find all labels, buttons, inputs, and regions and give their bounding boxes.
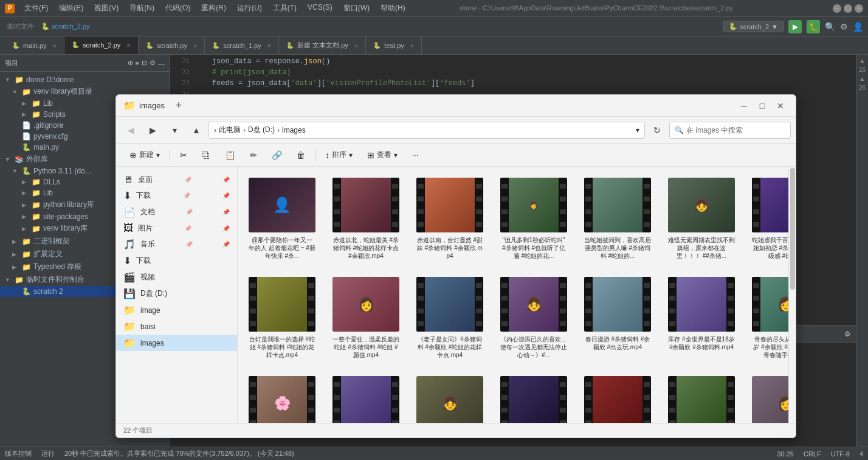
fe-grid-item-5[interactable]: 当蛇姐被问到，喜欢高启强类型的男人嘛 #杀猪饲料 #蛇姐的... [580, 174, 655, 263]
fe-sidebar-pictures[interactable]: 🖼 图片 📌 [116, 220, 237, 236]
right-icon-2[interactable]: 16 [859, 66, 866, 73]
tab-scratch2-py[interactable]: 🐍 scratch_2.py × [64, 37, 139, 54]
tab-close-newtext[interactable]: × [354, 42, 358, 49]
maximize-button[interactable]: □ [844, 4, 852, 13]
addr-segment-ddrive[interactable]: D盘 (D:) [248, 125, 275, 135]
menu-view[interactable]: 视图(V) [89, 2, 123, 15]
fe-grid-item-12[interactable]: 春日漫游 #杀猪饲料 #余颖欣 #出去玩.mp4 [580, 273, 655, 363]
fe-sidebar-baisi-folder[interactable]: 📁 baisi [116, 318, 237, 335]
sidebar-minimize-icon[interactable]: — [158, 60, 165, 67]
fe-sidebar-desktop[interactable]: 🖥 桌面 📌 [116, 172, 237, 187]
run-settings-icon[interactable]: ⚙ [839, 330, 856, 338]
fe-minimize-button[interactable]: ─ [736, 98, 752, 114]
fe-dropdown-button[interactable]: ▾ [165, 120, 184, 140]
fe-grid-item-11[interactable]: 👧 《内心澎湃已久的喜欢，使每一次遇见都无法停止心动～》#... [497, 273, 571, 363]
menu-file[interactable]: 文件(F) [19, 2, 53, 15]
fe-new-tab-button[interactable]: + [170, 97, 188, 115]
fe-grid-item-1[interactable]: 👤 @那个要陪你一年又一年的人 起着烟花吧 ~ #新年快乐 #杀... [245, 174, 319, 263]
fe-grid-item-20[interactable] [664, 372, 739, 423]
fe-grid-item-10[interactable]: 《老子是女同》#杀猪饲料 #余颖欣 #蛇姐的花样卡点.mp4 [413, 273, 487, 363]
fe-grid-item-18[interactable] [497, 372, 571, 423]
fe-grid-item-7[interactable]: 蛇姐虐我千百遍，我待蛇姐如初恋 #杀猪饲料 #高级感 #比博... [748, 174, 788, 263]
fe-grid-item-6[interactable]: 👧 难怪元素周期表里找不到媒组，原来都在这里！！！ ##杀猪... [664, 174, 739, 263]
fe-share-button[interactable]: 🔗 [266, 147, 288, 164]
search-icon[interactable]: 🔍 [825, 22, 835, 32]
menu-nav[interactable]: 导航(N) [125, 2, 159, 15]
fe-scroll-thumb[interactable] [790, 168, 795, 290]
fe-more-button[interactable]: ··· [406, 147, 424, 164]
fe-sidebar-download2[interactable]: ⬇ 下载 [116, 253, 237, 269]
fe-copy-button[interactable]: ⿻ [196, 147, 216, 164]
addr-segment-thispc[interactable]: 此电脑 [219, 125, 241, 135]
fe-sidebar-videos[interactable]: 🎬 视频 [116, 269, 237, 285]
fe-search-input[interactable] [686, 126, 785, 134]
run-label[interactable]: 运行 [41, 449, 55, 458]
minimize-button[interactable]: ─ [833, 4, 841, 13]
indent-indicator[interactable]: 4 [859, 450, 863, 458]
debug-button[interactable]: 🐛 [807, 20, 820, 33]
tab-close-scratch[interactable]: × [193, 42, 197, 49]
fe-grid-item-13[interactable]: 库存 #全世界最不是18岁 #余颖欣 #杀猪饲料.mp4 [664, 273, 739, 363]
tree-item-dome[interactable]: ▼ 📁 dome D:\dome [0, 74, 170, 85]
tab-scratch1-py[interactable]: 🐍 scratch_1.py × [205, 37, 279, 54]
fe-new-button[interactable]: ⊕ 新建 ▾ [123, 147, 166, 164]
tab-newtext-py[interactable]: 🐍 新建 文本文档.py × [279, 37, 366, 54]
right-icon-3[interactable]: ▲ [859, 75, 866, 82]
fe-up-button[interactable]: ▲ [187, 120, 206, 140]
fe-view-button[interactable]: ⊞ 查看 ▾ [361, 147, 404, 164]
fe-maximize-button[interactable]: □ [754, 98, 770, 114]
right-icon-1[interactable]: ▲ [859, 57, 866, 64]
fe-grid-item-8[interactable]: 台灯是我唯一的选择 #蛇姐 #杀猪饲料 #蛇姐的花样卡点.mp4 [245, 273, 319, 363]
tab-scratch-py[interactable]: 🐍 scratch.py × [139, 37, 205, 54]
menu-edit[interactable]: 编辑(E) [54, 2, 88, 15]
tab-test-py[interactable]: 🐍 test.py × [366, 37, 422, 54]
fe-sidebar-docs[interactable]: 📄 文档 📌 [116, 204, 237, 220]
run-button[interactable]: ▶ [788, 20, 802, 33]
tab-close-scratch1[interactable]: × [267, 42, 271, 49]
menu-vcs[interactable]: VCS(S) [303, 2, 337, 15]
fe-grid-item-9[interactable]: 👩 一整个爱住，温柔反差的蛇姐 #杀猪饲料 #蛇姐 #颜值.mp4 [329, 273, 403, 363]
fe-refresh-button[interactable]: ↻ [647, 120, 667, 140]
fe-grid-item-16[interactable]: 蛇姐才是废墟中唯一的信仰！#剪刀yyds #杀猪饲料 #快手... [329, 372, 403, 423]
crlf-indicator[interactable]: CRLF [804, 450, 821, 458]
fe-sidebar-download1[interactable]: ⬇ 下载 📌 [116, 187, 237, 204]
scratch-file-label[interactable]: 🐍 scratch_2.py [39, 23, 92, 30]
addr-dropdown-icon[interactable]: ▾ [636, 126, 639, 134]
fe-sidebar-image-folder[interactable]: 📁 image [116, 302, 237, 318]
fe-grid-item-3[interactable]: 赤道以南，台灯显然 #甜妹 #杀猪饲料 #余颖欣.mp4 [413, 174, 487, 263]
menu-window[interactable]: 窗口(W) [339, 2, 374, 15]
fe-sidebar-music[interactable]: 🎵 音乐 📌 [116, 236, 237, 253]
fe-delete-button[interactable]: 🗑 [291, 147, 311, 164]
fe-grid-item-17[interactable]: 👧 [413, 372, 487, 423]
line-col-indicator[interactable]: 30:25 [777, 450, 794, 458]
fe-grid-item-2[interactable]: 赤道以北，蛇姐最美 #杀猪饲料 #蛇姐的花样卡点 #余颖欣.mp4 [329, 174, 403, 263]
tab-close-main[interactable]: × [53, 42, 57, 49]
fe-paste-button[interactable]: 📋 [219, 147, 241, 164]
fe-search-box[interactable]: 🔍 [669, 122, 791, 139]
menu-run[interactable]: 运行(U) [232, 2, 267, 15]
fe-rename-button[interactable]: ✏ [244, 147, 263, 164]
fe-sidebar-ddrive[interactable]: 💾 D盘 (D:) [116, 285, 237, 302]
fe-back-button[interactable]: ◀ [121, 120, 140, 140]
sidebar-format-icon[interactable]: ≡ [136, 60, 139, 67]
menu-tools[interactable]: 工具(T) [268, 2, 301, 15]
fe-grid-item-15[interactable]: 🌸 如果你爱上一朵花，就会觉得晴天星，都像盛开的花朵 #杀... [245, 372, 319, 423]
menu-code[interactable]: 代码(O) [160, 2, 195, 15]
fe-sort-button[interactable]: ↕ 排序 ▾ [319, 147, 359, 164]
settings-icon[interactable]: ⚙ [840, 22, 848, 32]
charset-indicator[interactable]: UTF-8 [831, 450, 850, 458]
tab-close-scratch2[interactable]: × [126, 41, 130, 49]
close-button[interactable]: × [855, 4, 863, 13]
fe-sidebar-images-folder[interactable]: 📁 images [116, 335, 237, 351]
fe-scrollbar[interactable] [788, 167, 796, 423]
fe-grid-item-21[interactable]: 👩 [748, 372, 788, 423]
sidebar-split-icon[interactable]: ⊟ [142, 59, 147, 67]
fe-grid-item-14[interactable]: 👩 青春的尽头从来不是18岁 #余颖欣 #杀猪饲料 #青春随手拍.mp4 [748, 273, 788, 363]
fe-grid-item-4[interactable]: 👩 "但凡多剩1秒必听蛇叫" #杀猪饲料 #也就听了亿遍 #蛇姐的花... [497, 174, 571, 263]
sidebar-gear-icon[interactable]: ⚙ [150, 59, 156, 67]
right-icon-4[interactable]: 26 [859, 85, 866, 91]
address-bar[interactable]: › 此电脑 › D盘 (D:) › images ▾ [208, 122, 645, 139]
user-icon[interactable]: 👤 [853, 22, 863, 32]
menu-refactor[interactable]: 重构(R) [196, 2, 231, 15]
sidebar-add-icon[interactable]: ⊕ [128, 59, 133, 67]
